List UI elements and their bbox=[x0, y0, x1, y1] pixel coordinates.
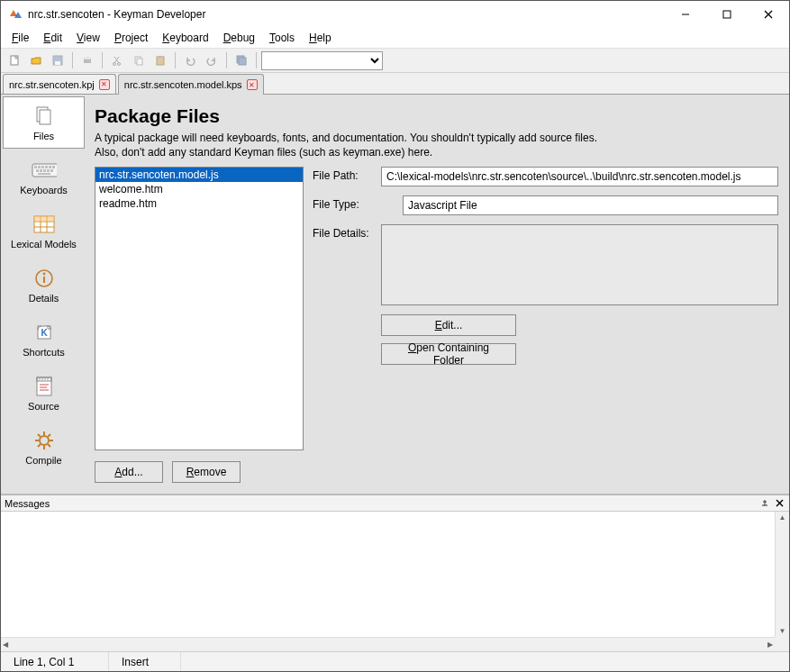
svg-rect-6 bbox=[55, 61, 60, 65]
nav-label: Compile bbox=[25, 455, 61, 466]
status-mode: Insert bbox=[109, 652, 181, 671]
save-icon[interactable] bbox=[48, 50, 68, 70]
file-type-field: Javascript File bbox=[403, 195, 778, 215]
status-position: Line 1, Col 1 bbox=[1, 652, 109, 671]
pin-icon[interactable] bbox=[758, 497, 771, 510]
open-containing-folder-button[interactable]: Open Containing Folder bbox=[381, 343, 516, 365]
list-item[interactable]: nrc.str.sencoten.model.js bbox=[95, 168, 303, 182]
menu-view[interactable]: View bbox=[69, 30, 107, 46]
file-path-field[interactable]: C:\lexical-models\nrc.str.sencoten\sourc… bbox=[381, 167, 778, 186]
page-description-line1: A typical package will need keyboards, f… bbox=[95, 131, 778, 145]
redo-icon[interactable] bbox=[202, 50, 222, 70]
svg-line-60 bbox=[48, 444, 50, 447]
maximize-button[interactable] bbox=[706, 1, 748, 28]
statusbar: Line 1, Col 1 Insert bbox=[1, 651, 789, 671]
menubar: File Edit View Project Keyboard Debug To… bbox=[1, 28, 789, 48]
vertical-scrollbar[interactable]: ▲▼ bbox=[775, 512, 789, 637]
add-button[interactable]: Add... bbox=[95, 461, 163, 483]
nav-lexical-models[interactable]: Lexical Models bbox=[3, 204, 85, 257]
app-icon bbox=[8, 7, 23, 22]
nav-source[interactable]: Source bbox=[3, 367, 85, 419]
list-item[interactable]: welcome.htm bbox=[95, 182, 303, 196]
menu-edit[interactable]: Edit bbox=[36, 30, 69, 46]
svg-rect-29 bbox=[40, 169, 42, 172]
nav-details[interactable]: Details bbox=[3, 259, 85, 311]
svg-line-62 bbox=[38, 444, 41, 447]
list-item[interactable]: readme.htm bbox=[95, 196, 303, 211]
file-list[interactable]: nrc.str.sencoten.model.js welcome.htm re… bbox=[95, 167, 304, 450]
side-nav: Files Keyboards Lexical Models Details K… bbox=[1, 95, 87, 494]
svg-rect-28 bbox=[36, 169, 39, 172]
svg-rect-45 bbox=[37, 377, 51, 395]
paste-icon[interactable] bbox=[150, 50, 170, 70]
close-icon[interactable]: ✕ bbox=[99, 79, 110, 90]
menu-keyboard[interactable]: Keyboard bbox=[155, 30, 215, 46]
lexical-icon bbox=[32, 212, 57, 237]
minimize-button[interactable] bbox=[665, 1, 706, 28]
svg-rect-14 bbox=[137, 59, 142, 65]
remove-button[interactable]: Remove bbox=[172, 461, 241, 483]
menu-help[interactable]: Help bbox=[302, 30, 339, 46]
svg-rect-8 bbox=[85, 57, 90, 59]
page-title: Package Files bbox=[95, 105, 778, 127]
info-icon bbox=[32, 266, 57, 291]
nav-label: Shortcuts bbox=[23, 347, 64, 358]
nav-shortcuts[interactable]: K Shortcuts bbox=[3, 313, 85, 365]
messages-body[interactable]: ▲▼ ◀▶ bbox=[1, 512, 789, 651]
svg-rect-25 bbox=[45, 166, 48, 168]
nav-keyboards[interactable]: Keyboards bbox=[3, 150, 85, 203]
tab-kps[interactable]: nrc.str.sencoten.model.kps ✕ bbox=[118, 74, 264, 95]
svg-rect-31 bbox=[47, 169, 50, 172]
nav-compile[interactable]: Compile bbox=[3, 421, 85, 473]
svg-rect-23 bbox=[38, 166, 41, 168]
toolbar bbox=[1, 48, 789, 73]
nav-files[interactable]: Files bbox=[3, 96, 85, 149]
shortcuts-icon: K bbox=[32, 320, 57, 345]
print-icon[interactable] bbox=[77, 50, 97, 70]
cut-icon[interactable] bbox=[107, 50, 127, 70]
svg-rect-33 bbox=[38, 173, 50, 175]
menu-file[interactable]: File bbox=[5, 30, 36, 46]
document-tabs: nrc.str.sencoten.kpj ✕ nrc.str.sencoten.… bbox=[1, 73, 789, 95]
horizontal-scrollbar[interactable]: ◀▶ bbox=[1, 637, 775, 651]
undo-icon[interactable] bbox=[180, 50, 200, 70]
messages-title: Messages bbox=[5, 498, 50, 509]
svg-line-59 bbox=[38, 434, 41, 437]
svg-point-11 bbox=[114, 63, 116, 66]
menu-debug[interactable]: Debug bbox=[216, 30, 262, 46]
svg-point-12 bbox=[118, 63, 121, 66]
svg-point-47 bbox=[39, 378, 41, 380]
files-icon bbox=[32, 104, 57, 129]
svg-rect-27 bbox=[52, 166, 55, 168]
copy-icon[interactable] bbox=[129, 50, 149, 70]
menu-tools[interactable]: Tools bbox=[262, 30, 302, 46]
gear-icon bbox=[32, 428, 57, 453]
nav-label: Keyboards bbox=[20, 185, 68, 195]
menu-project[interactable]: Project bbox=[107, 30, 155, 46]
save-all-icon[interactable] bbox=[232, 50, 251, 70]
open-file-icon[interactable] bbox=[26, 50, 46, 70]
svg-point-49 bbox=[44, 378, 46, 380]
svg-point-50 bbox=[47, 378, 49, 380]
close-panel-icon[interactable] bbox=[773, 497, 785, 510]
messages-panel: Messages ▲▼ ◀▶ bbox=[1, 494, 789, 651]
configuration-dropdown[interactable] bbox=[261, 51, 383, 70]
svg-point-48 bbox=[41, 378, 43, 380]
svg-line-61 bbox=[48, 434, 50, 437]
tab-kpj[interactable]: nrc.str.sencoten.kpj ✕ bbox=[3, 74, 116, 94]
file-type-label: File Type: bbox=[313, 195, 376, 211]
new-file-icon[interactable] bbox=[5, 50, 24, 70]
window-title: nrc.str.sencoten - Keyman Developer bbox=[28, 8, 665, 21]
svg-rect-1 bbox=[723, 11, 731, 18]
page-description-line2: Also, don't add any standard Keyman file… bbox=[95, 145, 778, 159]
svg-rect-26 bbox=[49, 166, 51, 168]
close-button[interactable] bbox=[748, 1, 789, 28]
close-icon[interactable]: ✕ bbox=[247, 79, 258, 90]
svg-rect-39 bbox=[34, 216, 54, 222]
nav-label: Lexical Models bbox=[11, 239, 77, 250]
edit-button[interactable]: Edit... bbox=[381, 314, 516, 336]
svg-point-41 bbox=[42, 273, 45, 276]
svg-rect-16 bbox=[159, 56, 162, 58]
keyboard-icon bbox=[32, 158, 57, 183]
nav-label: Details bbox=[29, 293, 59, 304]
